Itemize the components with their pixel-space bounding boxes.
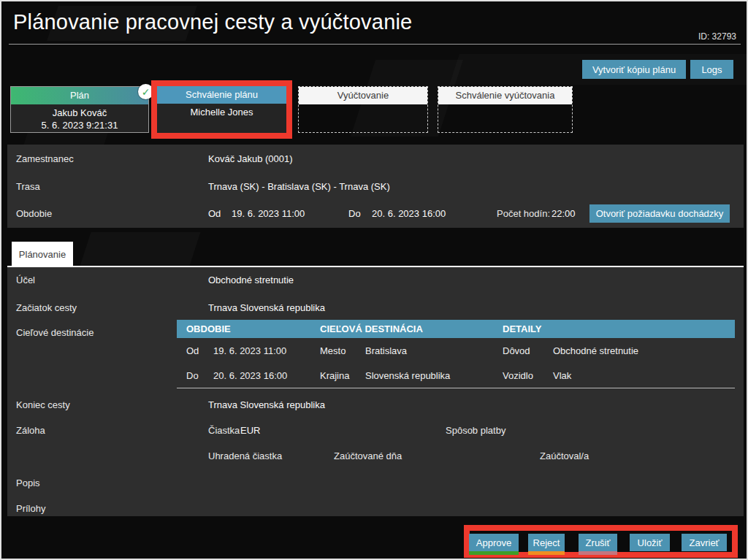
cancel-button[interactable]: Zrušiť (579, 534, 617, 551)
destinations-table-header: OBDOBIE CIEĽOVÁ DESTINÁCIA DETAILY (177, 320, 735, 338)
posted-by-label: Zaúčtoval/a (540, 450, 589, 461)
copy-plan-button[interactable]: Vytvoriť kópiu plánu (582, 60, 686, 79)
document-id: ID: 32793 (698, 31, 736, 42)
workflow-step-title: Schválenie plánu (157, 86, 286, 104)
hours-value: 22:00 (552, 208, 576, 219)
table-bottom-border (177, 388, 735, 388)
purpose-value: Obchodné stretnutie (208, 275, 294, 285)
column-header-details: DETAILY (503, 323, 541, 334)
approve-button[interactable]: Approve (469, 534, 519, 551)
open-attendance-request-button[interactable]: Otvoriť požiadavku dochádzky (589, 204, 730, 223)
row-key: Od (186, 345, 199, 356)
workflow-step-plan-approval[interactable]: Schválenie plánu Michelle Jones (157, 86, 286, 133)
employee-label: Zamestnanec (16, 153, 74, 164)
route-label: Trasa (16, 181, 40, 192)
period-label: Obdobie (16, 208, 52, 219)
planning-panel: Účel Obchodné stretnutie Začiatok cesty … (7, 267, 744, 516)
save-button[interactable]: Uložiť (630, 534, 670, 551)
destinations-label: Cieľové destinácie (16, 327, 94, 338)
row-value: 19. 6. 2023 11:00 (213, 345, 286, 356)
trip-start-value: Trnava Slovenská republika (208, 302, 325, 313)
workflow-step-title: Vyúčtovanie (299, 87, 427, 104)
row-key: Do (186, 370, 199, 381)
paid-amount-label: Uhradená čiastka (208, 450, 282, 461)
description-label: Popis (16, 477, 40, 488)
period-to-label: Do (348, 208, 361, 219)
annotation-box-approval-step: Schválenie plánu Michelle Jones (151, 80, 292, 139)
row-value: 20. 6. 2023 16:00 (213, 370, 287, 381)
route-value: Trnava (SK) - Bratislava (SK) - Trnava (… (208, 181, 390, 192)
amount-label: Čiastka (208, 425, 240, 436)
workflow-step-user: Jakub Kováč (11, 107, 148, 119)
row-key: Vozidlo (503, 370, 533, 381)
period-to-value: 20. 6. 2023 16:00 (372, 208, 446, 219)
attachments-label: Prílohy (16, 503, 45, 514)
row-key: Mesto (320, 345, 346, 356)
trip-start-label: Začiatok cesty (16, 302, 77, 313)
row-value: Bratislava (365, 345, 407, 356)
row-key: Dôvod (503, 345, 530, 356)
workflow-step-title: Plán (11, 87, 148, 104)
row-value: Vlak (553, 370, 571, 381)
column-header-period: OBDOBIE (186, 323, 231, 334)
workflow-step-user: Michelle Jones (157, 106, 286, 118)
row-value: Slovenská republika (365, 370, 450, 381)
app-window: Plánovanie pracovnej cesty a vyúčtovanie… (0, 0, 748, 560)
logs-button[interactable]: Logs (690, 60, 733, 79)
destinations-table: OBDOBIE CIEĽOVÁ DESTINÁCIA DETAILY Od 19… (177, 320, 735, 388)
hours-label: Počet hodín: (497, 208, 550, 219)
payment-method-label: Spôsob platby (446, 425, 505, 436)
trip-summary-panel: Zamestnanec Kováč Jakub (0001) Trasa Trn… (7, 145, 744, 228)
workflow-step-accounting[interactable]: Vyúčtovanie (298, 86, 428, 133)
table-row[interactable]: Od 19. 6. 2023 11:00 Mesto Bratislava Dô… (177, 338, 735, 363)
advance-label: Záloha (16, 425, 45, 436)
trip-end-value: Trnava Slovenská republika (208, 399, 325, 410)
period-from-label: Od (208, 208, 221, 219)
page-title: Plánovanie pracovnej cesty a vyúčtovanie (13, 10, 412, 34)
trip-end-label: Koniec cesty (16, 399, 70, 410)
workflow-step-title: Schválenie vyúčtovania (438, 87, 572, 104)
cancel-underline (579, 551, 617, 555)
title-divider (9, 44, 741, 45)
tab-planning[interactable]: Plánovanie (12, 242, 73, 266)
column-header-destination: CIEĽOVÁ DESTINÁCIA (320, 323, 423, 334)
workflow-step-accounting-approval[interactable]: Schválenie vyúčtovania (438, 86, 573, 133)
background-stripe (80, 232, 201, 266)
posted-date-label: Zaúčtované dňa (334, 450, 402, 461)
close-button[interactable]: Zavrieť (682, 534, 727, 551)
table-row[interactable]: Do 20. 6. 2023 16:00 Krajina Slovenská r… (177, 363, 735, 388)
approve-underline (469, 551, 519, 555)
period-from-value: 19. 6. 2023 11:00 (232, 208, 305, 219)
workflow-step-timestamp: 5. 6. 2023 9:21:31 (11, 119, 148, 131)
reject-underline (528, 551, 565, 555)
workflow-step-plan[interactable]: Plán Jakub Kováč 5. 6. 2023 9:21:31 ✓ (10, 86, 149, 133)
employee-value: Kováč Jakub (0001) (208, 153, 293, 164)
currency-value: EUR (240, 425, 260, 436)
row-value: Obchodné stretnutie (553, 345, 638, 356)
row-key: Krajina (320, 370, 349, 381)
purpose-label: Účel (16, 275, 35, 285)
reject-button[interactable]: Reject (528, 534, 565, 551)
